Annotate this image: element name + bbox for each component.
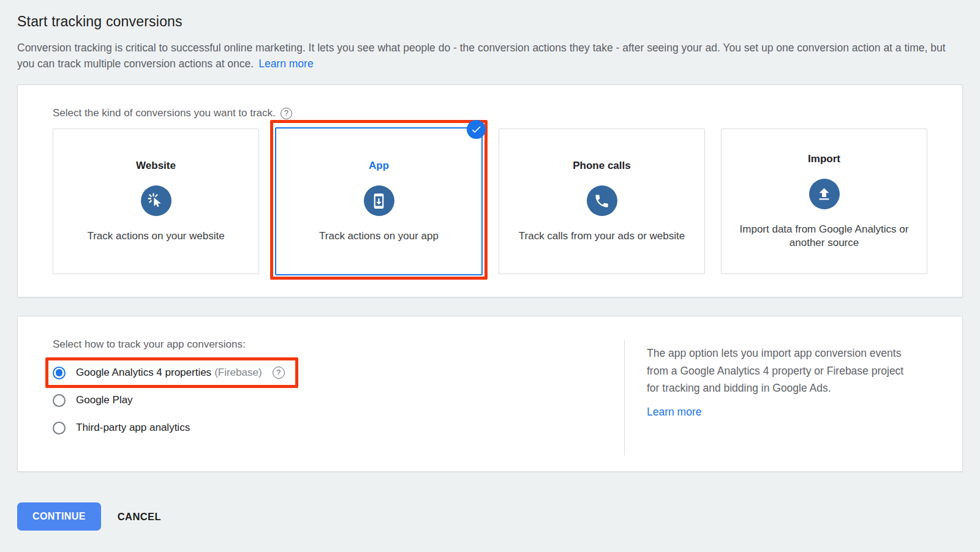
option-card-import[interactable]: Import Import data from Google Analytics… — [721, 129, 927, 274]
app-tracking-info-panel: The app option lets you import app conve… — [624, 340, 962, 455]
page-description-text: Conversion tracking is critical to succe… — [17, 42, 946, 70]
selected-check-icon — [467, 120, 486, 139]
radio-label: Google Analytics 4 properties(Firebase) — [76, 367, 262, 379]
radio-label-text: Google Analytics 4 properties — [76, 367, 211, 378]
radio-label-suffix: (Firebase) — [214, 367, 262, 378]
option-description: Track calls from your ads or website — [503, 229, 701, 243]
conversion-kind-options: Website Track actions on your website — [53, 129, 927, 275]
option-description: Import data from Google Analytics or ano… — [722, 223, 927, 250]
app-tracking-card: Select how to track your app conversions… — [17, 316, 963, 472]
app-tracking-options-panel: Select how to track your app conversions… — [18, 316, 624, 471]
radio-button-checked[interactable] — [53, 367, 66, 379]
radio-option-third-party[interactable]: Third-party app analytics — [53, 420, 190, 435]
radio-button-unchecked[interactable] — [53, 394, 66, 407]
conversion-kind-label: Select the kind of conversions you want … — [53, 107, 276, 119]
app-download-icon — [364, 185, 394, 216]
upload-icon — [809, 179, 840, 209]
option-title: App — [369, 160, 389, 172]
option-card-website[interactable]: Website Track actions on your website — [53, 129, 259, 274]
conversion-setup-page: Start tracking conversions Conversion tr… — [0, 13, 980, 531]
radio-wrap-ga4: Google Analytics 4 properties(Firebase) … — [53, 365, 285, 380]
help-icon[interactable]: ? — [281, 108, 292, 119]
info-text: The app option lets you import app conve… — [647, 345, 912, 397]
page-title: Start tracking conversions — [17, 13, 963, 30]
radio-label: Third-party app analytics — [76, 422, 190, 434]
option-card-app[interactable]: App Track actions on your app — [275, 127, 483, 275]
app-tracking-label: Select how to track your app conversions… — [53, 338, 624, 351]
footer-actions: CONTINUE CANCEL — [17, 502, 963, 531]
help-icon[interactable]: ? — [273, 367, 285, 379]
app-tracking-radio-group: Google Analytics 4 properties(Firebase) … — [53, 365, 624, 435]
learn-more-link[interactable]: Learn more — [258, 58, 314, 70]
option-description: Track actions on your website — [71, 229, 240, 243]
option-card-phone-calls[interactable]: Phone calls Track calls from your ads or… — [499, 129, 705, 274]
radio-label: Google Play — [76, 394, 133, 406]
radio-option-ga4[interactable]: Google Analytics 4 properties(Firebase) … — [53, 365, 285, 380]
option-title: Import — [808, 153, 840, 165]
info-learn-more-link[interactable]: Learn more — [647, 406, 702, 419]
cursor-click-icon — [141, 185, 172, 216]
radio-button-unchecked[interactable] — [53, 422, 66, 435]
cancel-button[interactable]: CANCEL — [118, 511, 161, 523]
option-title: Website — [136, 160, 176, 172]
option-title: Phone calls — [573, 160, 630, 172]
option-description: Track actions on your app — [303, 229, 454, 243]
continue-button[interactable]: CONTINUE — [17, 502, 101, 531]
conversion-kind-card: Select the kind of conversions you want … — [17, 84, 963, 297]
page-description: Conversion tracking is critical to succe… — [17, 40, 954, 72]
conversion-kind-label-row: Select the kind of conversions you want … — [53, 107, 927, 119]
radio-option-google-play[interactable]: Google Play — [53, 393, 133, 408]
radio-dot — [56, 369, 63, 376]
phone-call-icon — [587, 185, 617, 216]
